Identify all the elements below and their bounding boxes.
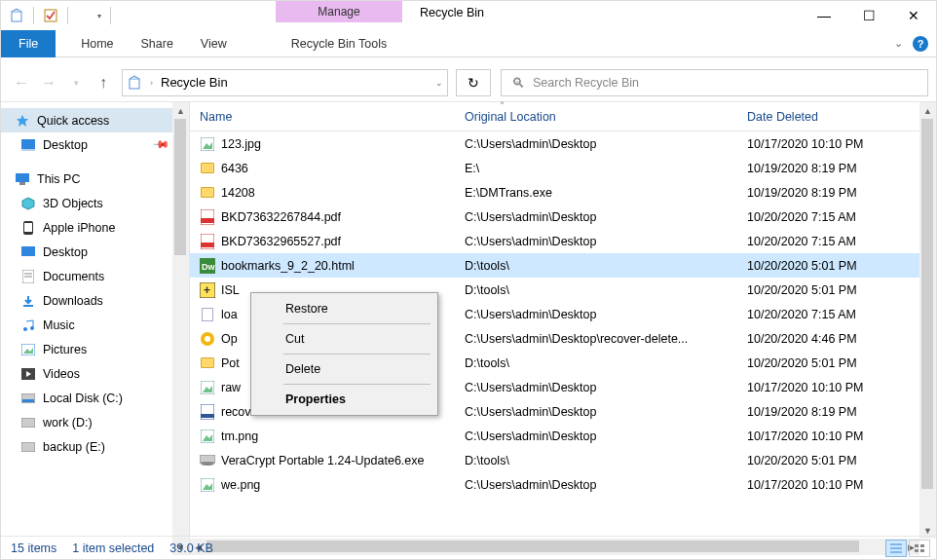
file-row[interactable]: 14208E:\DMTrans.exe10/19/2020 8:19 PM bbox=[190, 180, 936, 205]
svg-rect-54 bbox=[920, 549, 924, 552]
file-type-icon bbox=[200, 234, 215, 249]
sidebar-local-disk-c[interactable]: Local Disk (C:) bbox=[1, 386, 189, 410]
sidebar-item-label: Downloads bbox=[43, 294, 103, 308]
sidebar-music[interactable]: Music bbox=[1, 313, 189, 337]
column-name[interactable]: Name bbox=[190, 110, 455, 124]
svg-marker-8 bbox=[22, 198, 34, 209]
file-name: we.png bbox=[221, 478, 260, 492]
forward-button[interactable]: → bbox=[36, 70, 61, 95]
file-type-icon bbox=[200, 429, 215, 444]
sidebar-downloads[interactable]: Downloads bbox=[1, 288, 189, 313]
file-row[interactable]: tm.pngC:\Users\admin\Desktop10/17/2020 1… bbox=[190, 424, 936, 448]
file-type-icon bbox=[200, 453, 215, 468]
sidebar-work-d[interactable]: work (D:) bbox=[1, 410, 189, 434]
sidebar-backup-e[interactable]: backup (E:) bbox=[1, 434, 189, 459]
svg-point-16 bbox=[23, 327, 27, 331]
file-name: bookmarks_9_2_20.html bbox=[221, 259, 355, 273]
sidebar-this-pc[interactable]: This PC bbox=[1, 167, 189, 191]
content-vscrollbar[interactable]: ▲ ▼ bbox=[919, 102, 936, 539]
scroll-up-icon[interactable]: ▲ bbox=[172, 102, 189, 119]
file-type-icon bbox=[200, 307, 215, 322]
ribbon-expand-icon[interactable]: ⌄ bbox=[894, 37, 903, 50]
refresh-button[interactable]: ↻ bbox=[456, 69, 491, 96]
column-original-location[interactable]: Original Location bbox=[455, 110, 737, 124]
view-tab[interactable]: View bbox=[187, 33, 241, 55]
sidebar-desktop-pinned[interactable]: Desktop 📌 bbox=[1, 132, 189, 157]
home-tab[interactable]: Home bbox=[67, 33, 127, 55]
ctx-restore[interactable]: Restore bbox=[254, 296, 434, 321]
search-icon: 🔍︎ bbox=[511, 75, 525, 91]
large-icons-view-button[interactable] bbox=[909, 540, 930, 557]
file-name: Pot bbox=[221, 356, 240, 370]
sidebar-documents[interactable]: Documents bbox=[1, 264, 189, 288]
file-row[interactable]: 6436E:\10/19/2020 8:19 PM bbox=[190, 156, 936, 180]
address-dropdown-icon[interactable]: ⌄ bbox=[435, 78, 443, 88]
ctx-delete[interactable]: Delete bbox=[254, 356, 434, 382]
sidebar-apple-iphone[interactable]: Apple iPhone bbox=[1, 215, 189, 240]
properties-qat-icon[interactable] bbox=[43, 8, 58, 23]
quick-access-toolbar: ▾ bbox=[1, 7, 115, 24]
file-tab[interactable]: File bbox=[1, 30, 56, 57]
scrollbar-thumb[interactable] bbox=[921, 119, 933, 489]
qat-dropdown-icon[interactable]: ▾ bbox=[97, 12, 101, 20]
file-row[interactable]: BKD73632267844.pdfC:\Users\admin\Desktop… bbox=[190, 205, 936, 229]
file-row[interactable]: 123.jpgC:\Users\admin\Desktop10/17/2020 … bbox=[190, 131, 936, 156]
svg-rect-29 bbox=[201, 218, 214, 223]
svg-rect-24 bbox=[21, 418, 35, 428]
file-original-location: D:\tools\ bbox=[455, 283, 737, 297]
svg-rect-23 bbox=[22, 399, 34, 402]
sidebar-desktop[interactable]: Desktop bbox=[1, 240, 189, 264]
file-row[interactable]: Dwbookmarks_9_2_20.htmlD:\tools\10/20/20… bbox=[190, 253, 936, 278]
sidebar-3d-objects[interactable]: 3D Objects bbox=[1, 191, 189, 215]
file-name: VeraCrypt Portable 1.24-Update6.exe bbox=[221, 454, 424, 467]
file-type-icon: + bbox=[200, 282, 215, 298]
back-button[interactable]: ← bbox=[9, 70, 34, 95]
file-original-location: D:\tools\ bbox=[455, 259, 737, 273]
file-type-icon bbox=[200, 380, 215, 395]
sidebar-item-label: Documents bbox=[43, 270, 104, 283]
qat-blank bbox=[77, 8, 93, 23]
scrollbar-thumb[interactable] bbox=[174, 119, 186, 255]
maximize-button[interactable]: ☐ bbox=[846, 1, 891, 30]
details-view-button[interactable] bbox=[885, 540, 907, 557]
videos-icon bbox=[20, 366, 36, 382]
help-icon[interactable]: ? bbox=[913, 36, 928, 52]
file-name: ISL bbox=[221, 283, 240, 297]
address-bar[interactable]: › Recycle Bin ⌄ bbox=[122, 69, 448, 96]
file-row[interactable]: we.pngC:\Users\admin\Desktop10/17/2020 1… bbox=[190, 472, 936, 497]
sidebar-quick-access[interactable]: Quick access bbox=[1, 108, 189, 132]
file-original-location: C:\Users\admin\Desktop bbox=[455, 405, 737, 419]
minimize-button[interactable]: — bbox=[802, 1, 846, 30]
column-date-deleted[interactable]: Date Deleted bbox=[737, 110, 936, 124]
file-date-deleted: 10/19/2020 8:19 PM bbox=[737, 405, 936, 419]
file-row[interactable]: VeraCrypt Portable 1.24-Update6.exeD:\to… bbox=[190, 448, 936, 472]
status-selected: 1 item selected bbox=[72, 541, 154, 555]
ctx-properties[interactable]: Properties bbox=[254, 387, 434, 412]
contextual-tab-manage[interactable]: Manage bbox=[276, 1, 402, 22]
up-button[interactable]: ↑ bbox=[91, 70, 116, 95]
column-headers: ˄ Name Original Location Date Deleted bbox=[190, 102, 936, 131]
ctx-cut[interactable]: Cut bbox=[254, 326, 434, 352]
file-original-location: D:\tools\ bbox=[455, 356, 737, 370]
file-type-icon bbox=[200, 185, 215, 201]
recent-locations-icon[interactable]: ▾ bbox=[63, 70, 89, 95]
file-date-deleted: 10/20/2020 5:01 PM bbox=[737, 356, 936, 370]
file-type-icon bbox=[200, 209, 215, 225]
address-text[interactable]: Recycle Bin bbox=[161, 75, 428, 90]
sidebar-videos[interactable]: Videos bbox=[1, 361, 189, 386]
breadcrumb-chevron-icon[interactable]: › bbox=[150, 78, 153, 88]
sidebar-pictures[interactable]: Pictures bbox=[1, 337, 189, 361]
close-button[interactable]: ✕ bbox=[891, 1, 936, 30]
file-date-deleted: 10/20/2020 5:01 PM bbox=[737, 259, 936, 273]
file-row[interactable]: BKD73632965527.pdfC:\Users\admin\Desktop… bbox=[190, 229, 936, 253]
share-tab[interactable]: Share bbox=[128, 33, 187, 55]
file-date-deleted: 10/17/2020 10:10 PM bbox=[737, 381, 936, 394]
svg-rect-44 bbox=[200, 455, 215, 463]
file-original-location: C:\Users\admin\Desktop bbox=[455, 235, 737, 248]
sidebar-scrollbar[interactable]: ▲ ▼ bbox=[172, 102, 189, 555]
search-box[interactable]: 🔍︎ Search Recycle Bin bbox=[501, 69, 928, 96]
desktop-icon bbox=[20, 137, 36, 153]
scroll-up-icon[interactable]: ▲ bbox=[919, 102, 936, 119]
sidebar-item-label: Local Disk (C:) bbox=[43, 392, 123, 405]
recycle-bin-tools-tab[interactable]: Recycle Bin Tools bbox=[276, 33, 402, 55]
